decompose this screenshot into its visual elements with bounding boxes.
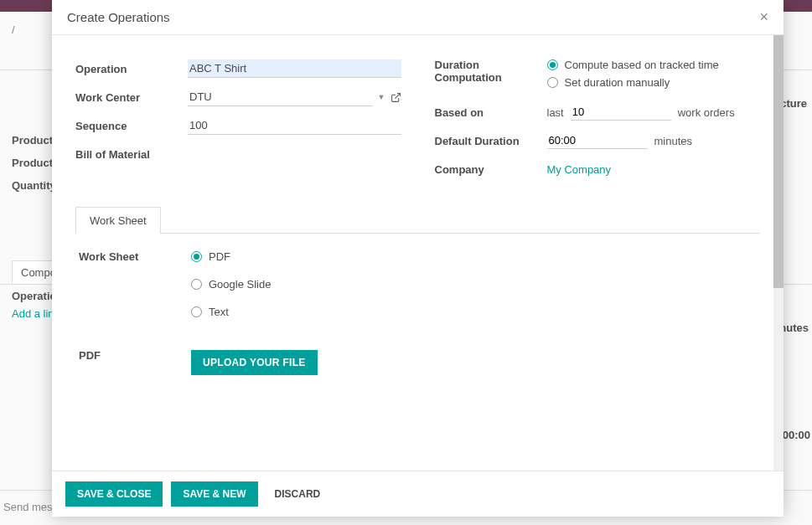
duration-opt-tracked-text: Compute based on tracked time [565,59,719,71]
upload-file-button[interactable]: UPLOAD YOUR FILE [191,350,318,375]
close-button[interactable]: × [759,8,768,26]
company-label: Company [435,163,547,176]
operation-input[interactable] [188,59,401,78]
duration-comp-label: Duration Computation [435,59,547,84]
bom-label: Bill of Material [75,148,188,161]
external-link-icon[interactable] [390,91,401,103]
create-operations-modal: Create Operations × Operation Work Cente… [52,0,784,517]
radio-unchecked-icon [191,306,202,317]
worksheet-label: Work Sheet [79,250,191,263]
default-duration-input[interactable] [547,132,648,149]
company-link[interactable]: My Company [547,163,612,176]
bg-nutes: nutes [779,322,809,334]
tab-worksheet[interactable]: Work Sheet [75,207,161,234]
tab-worksheet-body: Work Sheet PDF Google Slide Text [75,234,760,392]
radio-checked-icon [191,251,202,262]
bg-cture: cture [780,97,807,110]
duration-opt-manual[interactable]: Set duration manually [547,76,761,89]
pdf-label: PDF [79,349,191,362]
form-top-row: Operation Work Center ▼ [75,59,760,188]
sequence-label: Sequence [75,120,188,132]
radio-checked-icon [547,59,558,70]
modal-body: Operation Work Center ▼ [52,35,784,471]
work-center-label: Work Center [75,91,188,104]
svg-line-0 [395,94,400,99]
default-duration-unit: minutes [654,135,693,147]
modal-footer: SAVE & CLOSE SAVE & NEW DISCARD [52,471,784,517]
default-duration-label: Default Duration [435,135,547,147]
bg-time: 00:00 [783,429,810,441]
form-left-col: Operation Work Center ▼ [75,59,401,188]
worksheet-opt-pdf[interactable]: PDF [191,250,757,263]
work-center-select[interactable] [188,88,373,106]
worksheet-opt-pdf-text: PDF [209,250,230,263]
worksheet-opt-gslide[interactable]: Google Slide [191,278,757,291]
scrollbar[interactable] [773,35,784,471]
chevron-down-icon[interactable]: ▼ [378,93,385,101]
radio-unchecked-icon [191,279,202,290]
sequence-input[interactable] [188,116,401,135]
worksheet-opt-text[interactable]: Text [191,306,757,318]
operation-label: Operation [75,63,188,75]
tabs: Work Sheet [75,206,760,234]
duration-opt-manual-text: Set duration manually [565,76,670,89]
radio-unchecked-icon [547,77,558,88]
save-close-button[interactable]: SAVE & CLOSE [65,481,163,507]
discard-button[interactable]: DISCARD [266,481,329,507]
worksheet-opt-text-text: Text [209,306,229,318]
modal-title: Create Operations [67,10,170,24]
based-on-prefix: last [547,106,564,119]
form-right-col: Duration Computation Compute based on tr… [435,59,761,188]
save-new-button[interactable]: SAVE & NEW [171,481,257,507]
worksheet-opt-gslide-text: Google Slide [209,278,271,291]
based-on-label: Based on [435,106,547,119]
based-on-suffix: work orders [678,106,735,119]
modal-header: Create Operations × [52,0,784,35]
duration-opt-tracked[interactable]: Compute based on tracked time [547,59,761,71]
based-on-input[interactable] [571,104,671,121]
